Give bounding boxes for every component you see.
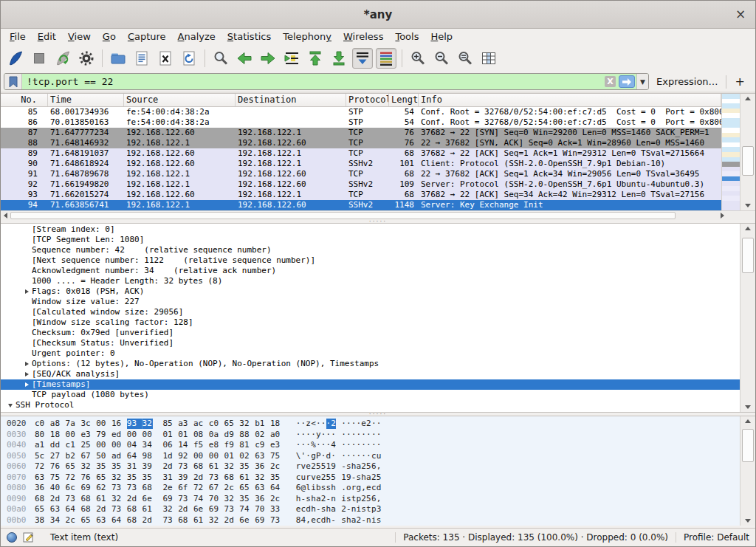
packet-cell[interactable] xyxy=(236,117,346,128)
ascii-char[interactable]: , xyxy=(306,515,311,526)
ascii-char[interactable]: · xyxy=(301,430,306,440)
hex-byte[interactable]: 35 xyxy=(111,461,122,472)
detail-line[interactable]: [Timestamps] xyxy=(1,379,740,390)
ascii-char[interactable]: · xyxy=(311,430,316,440)
hex-byte[interactable]: 68 xyxy=(80,504,91,515)
scroll-thumb[interactable] xyxy=(10,212,676,219)
hex-byte[interactable]: 63 xyxy=(255,451,265,461)
packet-cell[interactable]: 88 xyxy=(1,138,48,148)
hex-byte[interactable]: 98 xyxy=(142,451,153,461)
ascii-char[interactable]: r xyxy=(306,472,311,483)
hex-byte[interactable]: 2d xyxy=(127,494,137,504)
ascii-char[interactable]: u xyxy=(377,451,382,461)
packet-cell[interactable]: 192.168.122.60 xyxy=(236,179,346,190)
menu-file[interactable]: File xyxy=(4,30,32,44)
hex-byte[interactable]: 69 xyxy=(255,515,265,526)
hex-byte[interactable]: 72 xyxy=(193,483,204,493)
ascii-char[interactable]: · xyxy=(351,451,357,461)
scroll-up-icon[interactable] xyxy=(740,416,755,426)
packet-cell[interactable]: 87 xyxy=(1,128,48,138)
ascii-char[interactable]: 4 xyxy=(301,515,306,526)
hex-byte[interactable]: 35 xyxy=(96,461,106,472)
packet-cell[interactable]: 22 → 37682 [ACK] Seq=1 Ack=34 Win=29056 … xyxy=(419,169,721,179)
ascii-char[interactable]: · xyxy=(361,430,366,440)
capture-comment-icon[interactable] xyxy=(23,531,34,543)
packet-cell[interactable]: 68 xyxy=(389,148,419,159)
menu-analyze[interactable]: Analyze xyxy=(172,30,221,44)
ascii-char[interactable]: · xyxy=(357,440,362,450)
display-filter-field[interactable]: !tcp.port == 22 X ▼ xyxy=(4,73,649,90)
ascii-char[interactable]: 2 xyxy=(357,515,362,526)
details-vscrollbar[interactable] xyxy=(740,224,755,412)
ascii-char[interactable]: · xyxy=(371,430,377,440)
detail-line[interactable]: [Calculated window size: 29056] xyxy=(1,307,740,317)
packet-row-89[interactable]: 8971.648191037192.168.122.60192.168.122.… xyxy=(1,148,721,159)
hex-byte[interactable]: 38 xyxy=(35,515,45,526)
hex-byte[interactable]: 35 xyxy=(239,461,250,472)
ascii-char[interactable]: · xyxy=(361,440,366,450)
hex-byte[interactable]: 69 xyxy=(162,494,173,504)
ascii-char[interactable]: a xyxy=(316,494,321,504)
ascii-char[interactable]: · xyxy=(346,419,351,429)
ascii-char[interactable]: @ xyxy=(301,483,306,493)
packet-cell[interactable]: 71.648146932 xyxy=(48,138,124,148)
hex-byte[interactable]: ac xyxy=(193,419,204,429)
hex-byte[interactable]: 68 xyxy=(193,461,204,472)
ascii-char[interactable]: · xyxy=(326,440,331,450)
ascii-char[interactable]: y xyxy=(316,430,321,440)
packet-cell[interactable]: TCP xyxy=(346,169,389,179)
zoom-in-icon[interactable] xyxy=(408,48,428,69)
hex-byte[interactable]: 39 xyxy=(178,472,188,483)
hex-byte[interactable]: 63 xyxy=(96,515,106,526)
ascii-char[interactable]: 2 xyxy=(361,461,366,472)
packet-cell[interactable]: STP xyxy=(346,107,389,117)
ascii-char[interactable]: · xyxy=(346,451,351,461)
ascii-char[interactable]: 2 xyxy=(331,419,336,429)
ascii-char[interactable]: 2 xyxy=(341,504,346,515)
packet-cell[interactable]: 192.168.122.1 xyxy=(124,138,236,148)
packet-cell[interactable]: 192.168.122.1 xyxy=(236,128,346,138)
packet-row-91[interactable]: 9171.648789678192.168.122.1192.168.122.6… xyxy=(1,169,721,179)
hex-byte[interactable]: 39 xyxy=(142,461,153,472)
hex-byte[interactable]: 02 xyxy=(255,430,265,440)
ascii-char[interactable]: 2 xyxy=(321,494,326,504)
hex-byte[interactable]: 73 xyxy=(66,494,76,504)
expander-collapsed-icon[interactable] xyxy=(21,362,32,366)
ascii-char[interactable]: l xyxy=(306,483,311,493)
ascii-char[interactable]: b xyxy=(316,483,321,493)
packet-cell[interactable]: STP xyxy=(346,117,389,128)
ascii-char[interactable]: c xyxy=(296,472,301,483)
hex-byte[interactable]: 2d xyxy=(50,494,61,504)
hex-byte[interactable]: 6e xyxy=(239,515,250,526)
scroll-left-icon[interactable] xyxy=(1,211,10,220)
hex-byte[interactable]: 32 xyxy=(111,472,122,483)
packet-cell[interactable]: 192.168.122.60 xyxy=(124,190,236,200)
ascii-char[interactable]: · xyxy=(341,419,346,429)
packet-cell[interactable]: fe:54:00:d4:38:2a xyxy=(124,117,236,128)
hex-byte[interactable]: 79 xyxy=(96,430,106,440)
ascii-char[interactable]: · xyxy=(301,419,306,429)
ascii-char[interactable]: r xyxy=(351,483,357,493)
column-header-destination[interactable]: Destination xyxy=(236,94,346,106)
ascii-char[interactable]: · xyxy=(321,430,326,440)
scroll-track[interactable] xyxy=(10,211,718,220)
hex-byte[interactable]: 73 xyxy=(162,515,173,526)
capture-start-icon[interactable] xyxy=(5,48,26,69)
hex-byte[interactable]: 2d xyxy=(142,515,153,526)
packet-cell[interactable]: 192.168.122.1 xyxy=(124,169,236,179)
hex-byte[interactable]: 67 xyxy=(80,451,91,461)
capture-stop-icon[interactable] xyxy=(29,48,49,69)
packet-row-90[interactable]: 9071.648618924192.168.122.60192.168.122.… xyxy=(1,159,721,169)
capture-options-icon[interactable] xyxy=(76,48,97,69)
zoom-out-icon[interactable] xyxy=(431,48,452,69)
ascii-char[interactable]: · xyxy=(306,451,311,461)
packet-row-85[interactable]: 8568.001734936fe:54:00:d4:38:2aSTP54Conf… xyxy=(1,107,721,117)
hex-byte[interactable]: 01 xyxy=(162,430,173,440)
hex-byte[interactable]: 36 xyxy=(255,461,265,472)
hex-byte[interactable]: f9 xyxy=(224,440,235,450)
ascii-char[interactable]: 6 xyxy=(296,483,301,493)
ascii-char[interactable]: s xyxy=(357,472,362,483)
scroll-track[interactable] xyxy=(740,233,755,402)
ascii-char[interactable]: i xyxy=(371,515,377,526)
hex-byte[interactable]: 64 xyxy=(111,515,122,526)
